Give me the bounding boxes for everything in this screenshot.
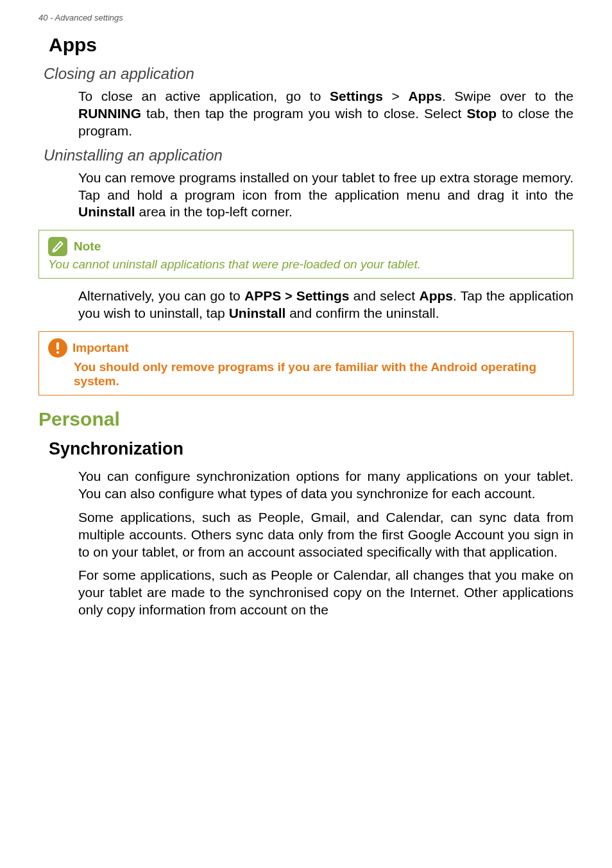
document-page: 40 - Advanced settings Apps Closing an a… bbox=[0, 0, 612, 651]
settings-label-2: Settings bbox=[296, 288, 350, 303]
important-callout: Important You should only remove program… bbox=[38, 331, 574, 395]
exclamation-icon bbox=[48, 338, 67, 358]
page-header: 40 - Advanced settings bbox=[38, 13, 574, 22]
closing-app-paragraph: To close an active application, go to Se… bbox=[78, 88, 574, 140]
apps-label: Apps bbox=[408, 89, 442, 103]
sync-paragraph-3: For some applications, such as People or… bbox=[78, 567, 574, 619]
closing-app-heading: Closing an application bbox=[44, 65, 574, 83]
synchronization-heading: Synchronization bbox=[49, 439, 574, 459]
text-run: tab, then tap the program you wish to cl… bbox=[141, 106, 467, 121]
uninstall-paragraph-2: Alternatively, you can go to APPS > Sett… bbox=[78, 288, 574, 322]
running-label: RUNNING bbox=[78, 106, 141, 121]
settings-label: Settings bbox=[330, 89, 383, 103]
sync-paragraph-1: You can configure synchronization option… bbox=[78, 468, 574, 503]
note-label: Note bbox=[74, 239, 101, 254]
apps-caps-label: APPS bbox=[244, 288, 281, 303]
important-label: Important bbox=[72, 341, 129, 355]
note-header-row: Note bbox=[48, 237, 564, 256]
apps-heading: Apps bbox=[49, 34, 574, 56]
text-run: To close an active application, go to bbox=[78, 89, 330, 103]
svg-point-1 bbox=[56, 351, 59, 354]
note-body: You cannot uninstall applications that w… bbox=[48, 257, 564, 272]
apps-label-2: Apps bbox=[419, 288, 453, 303]
text-run: You can remove programs installed on you… bbox=[78, 170, 574, 202]
text-run: . Swipe over to the bbox=[442, 89, 574, 103]
personal-heading: Personal bbox=[38, 408, 574, 430]
important-header-row: Important bbox=[48, 338, 564, 358]
text-run: area in the top-left corner. bbox=[135, 204, 293, 219]
stop-label: Stop bbox=[467, 106, 497, 121]
text-run: Alternatively, you can go to bbox=[78, 288, 244, 303]
text-run: and select bbox=[349, 288, 419, 303]
uninstalling-app-heading: Uninstalling an application bbox=[44, 146, 574, 164]
svg-rect-0 bbox=[56, 342, 59, 350]
text-run: > bbox=[281, 289, 296, 303]
uninstall-label-2: Uninstall bbox=[229, 306, 286, 320]
note-callout: Note You cannot uninstall applications t… bbox=[38, 230, 574, 279]
text-run: > bbox=[383, 89, 409, 103]
sync-paragraph-2: Some applications, such as People, Gmail… bbox=[78, 509, 574, 561]
uninstall-paragraph-1: You can remove programs installed on you… bbox=[78, 169, 574, 221]
important-body: You should only remove programs if you a… bbox=[74, 360, 564, 388]
text-run: and confirm the uninstall. bbox=[285, 306, 439, 320]
pencil-icon bbox=[48, 237, 67, 256]
uninstall-label: Uninstall bbox=[78, 204, 135, 219]
